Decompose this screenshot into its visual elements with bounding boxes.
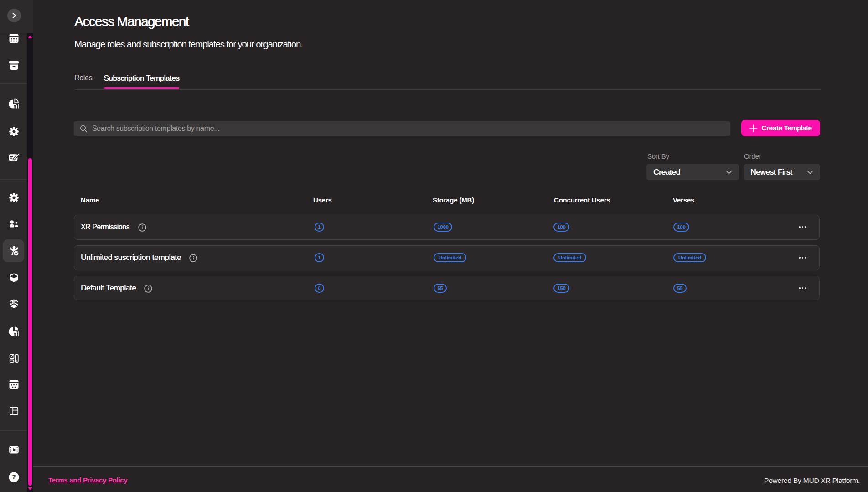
svg-text:?: ? <box>12 473 16 481</box>
